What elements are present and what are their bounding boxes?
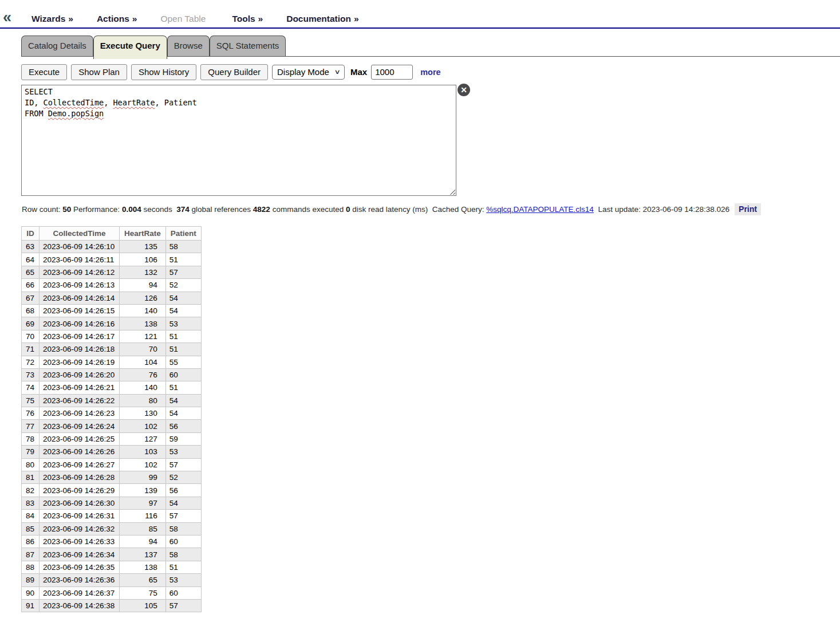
tab-label: SQL Statements (216, 41, 279, 50)
cell-heartrate: 130 (120, 407, 166, 420)
sql-line: FROM Demo.popSign (25, 108, 453, 119)
query-builder-button[interactable]: Query Builder (200, 64, 268, 80)
cell-collectedtime: 2023-06-09 14:26:18 (40, 343, 120, 356)
column-header-patient: Patient (165, 227, 201, 241)
cell-collectedtime: 2023-06-09 14:26:33 (40, 535, 120, 548)
cell-patient: 54 (165, 292, 201, 304)
double-arrow-icon: » (132, 14, 137, 23)
cell-heartrate: 116 (120, 510, 166, 522)
cell-collectedtime: 2023-06-09 14:26:25 (40, 432, 120, 445)
cell-collectedtime: 2023-06-09 14:26:37 (40, 586, 120, 599)
cell-heartrate: 102 (120, 420, 166, 432)
cell-id: 76 (22, 407, 40, 420)
tab-sql-statements[interactable]: SQL Statements (210, 36, 286, 56)
display-mode-select[interactable]: Display Mode ∨ (272, 65, 345, 80)
cell-collectedtime: 2023-06-09 14:26:11 (40, 253, 120, 266)
cell-id: 90 (22, 586, 40, 599)
cell-heartrate: 127 (120, 432, 166, 445)
cell-collectedtime: 2023-06-09 14:26:29 (40, 484, 120, 497)
cell-heartrate: 94 (120, 535, 166, 548)
cell-collectedtime: 2023-06-09 14:26:32 (40, 522, 120, 535)
cell-patient: 57 (165, 458, 201, 471)
table-row: 652023-06-09 14:26:1213257 (22, 266, 202, 278)
toolbar-buttons: ExecuteShow PlanShow HistoryQuery Builde… (21, 64, 268, 80)
show-plan-button[interactable]: Show Plan (71, 64, 127, 80)
cell-id: 70 (22, 330, 40, 342)
cell-collectedtime: 2023-06-09 14:26:12 (40, 266, 120, 278)
cell-id: 89 (22, 574, 40, 586)
table-row: 842023-06-09 14:26:3111657 (22, 510, 202, 522)
double-arrow-icon: » (354, 14, 359, 23)
menu-item-label: Documentation (286, 14, 351, 23)
cell-patient: 55 (165, 356, 201, 368)
sql-query-textarea[interactable]: SELECTID, CollectedTime, HeartRate, Pati… (21, 85, 456, 196)
cell-patient: 57 (165, 599, 201, 612)
cell-patient: 56 (165, 420, 201, 432)
cell-patient: 54 (165, 394, 201, 407)
cell-id: 72 (22, 356, 40, 368)
misspelled-token: HeartRate (113, 98, 155, 107)
cell-collectedtime: 2023-06-09 14:26:14 (40, 292, 120, 304)
display-mode-value: Display Mode (277, 67, 329, 77)
cell-id: 80 (22, 458, 40, 471)
cell-id: 87 (22, 548, 40, 561)
cached-query-link[interactable]: %sqlcq.DATAPOPULATE.cls14 (486, 205, 594, 214)
query-status-bar: Row count: 50 Performance: 0.004 seconds… (22, 203, 840, 215)
close-icon[interactable]: ✕ (458, 84, 470, 96)
cell-patient: 51 (165, 381, 201, 394)
cell-heartrate: 140 (120, 381, 166, 394)
menu-item-tools[interactable]: Tools» (232, 14, 263, 24)
cell-id: 75 (22, 394, 40, 407)
cell-heartrate: 104 (120, 356, 166, 368)
cell-heartrate: 94 (120, 279, 166, 292)
table-row: 832023-06-09 14:26:309754 (22, 497, 202, 509)
cell-collectedtime: 2023-06-09 14:26:34 (40, 548, 120, 561)
menu-item-actions[interactable]: Actions» (97, 14, 137, 24)
sql-line: ID, CollectedTime, HeartRate, Patient (25, 97, 453, 108)
tab-catalog-details[interactable]: Catalog Details (21, 36, 93, 56)
cell-id: 64 (22, 253, 40, 266)
cell-patient: 60 (165, 368, 201, 381)
results-table: IDCollectedTimeHeartRatePatient 632023-0… (21, 226, 202, 612)
sql-line: SELECT (25, 86, 453, 97)
cell-collectedtime: 2023-06-09 14:26:27 (40, 458, 120, 471)
table-row: 782023-06-09 14:26:2512759 (22, 432, 202, 445)
tab-browse[interactable]: Browse (167, 36, 210, 56)
cell-id: 65 (22, 266, 40, 278)
more-link[interactable]: more (420, 68, 440, 77)
cell-id: 79 (22, 446, 40, 458)
table-row: 902023-06-09 14:26:377560 (22, 586, 202, 599)
cell-collectedtime: 2023-06-09 14:26:19 (40, 356, 120, 368)
cell-collectedtime: 2023-06-09 14:26:17 (40, 330, 120, 342)
cell-patient: 51 (165, 253, 201, 266)
tab-strip: Catalog DetailsExecute QueryBrowseSQL St… (21, 36, 840, 59)
cell-collectedtime: 2023-06-09 14:26:23 (40, 407, 120, 420)
table-row: 722023-06-09 14:26:1910455 (22, 356, 202, 368)
cell-id: 66 (22, 279, 40, 292)
table-row: 862023-06-09 14:26:339460 (22, 535, 202, 548)
table-row: 632023-06-09 14:26:1013558 (22, 241, 202, 253)
cell-patient: 58 (165, 548, 201, 561)
cell-id: 63 (22, 241, 40, 253)
cell-patient: 60 (165, 586, 201, 599)
cell-collectedtime: 2023-06-09 14:26:10 (40, 241, 120, 253)
cell-id: 67 (22, 292, 40, 304)
table-row: 912023-06-09 14:26:3810557 (22, 599, 202, 612)
max-rows-input[interactable] (371, 65, 413, 80)
show-history-button[interactable]: Show History (131, 64, 196, 80)
cell-collectedtime: 2023-06-09 14:26:20 (40, 368, 120, 381)
execute-button[interactable]: Execute (21, 64, 67, 80)
menu-item-wizards[interactable]: Wizards» (31, 14, 73, 24)
double-arrow-icon: » (68, 14, 73, 23)
print-button[interactable]: Print (735, 203, 761, 215)
menu-item-documentation[interactable]: Documentation» (286, 14, 358, 24)
table-row: 872023-06-09 14:26:3413758 (22, 548, 202, 561)
cell-patient: 59 (165, 432, 201, 445)
tab-execute-query[interactable]: Execute Query (93, 36, 167, 59)
collapse-menu-icon[interactable]: « (3, 10, 11, 25)
cell-heartrate: 132 (120, 266, 166, 278)
cell-patient: 54 (165, 407, 201, 420)
column-header-id: ID (22, 227, 40, 241)
tabs: Catalog DetailsExecute QueryBrowseSQL St… (21, 36, 286, 59)
menu-item-label: Tools (232, 14, 255, 23)
